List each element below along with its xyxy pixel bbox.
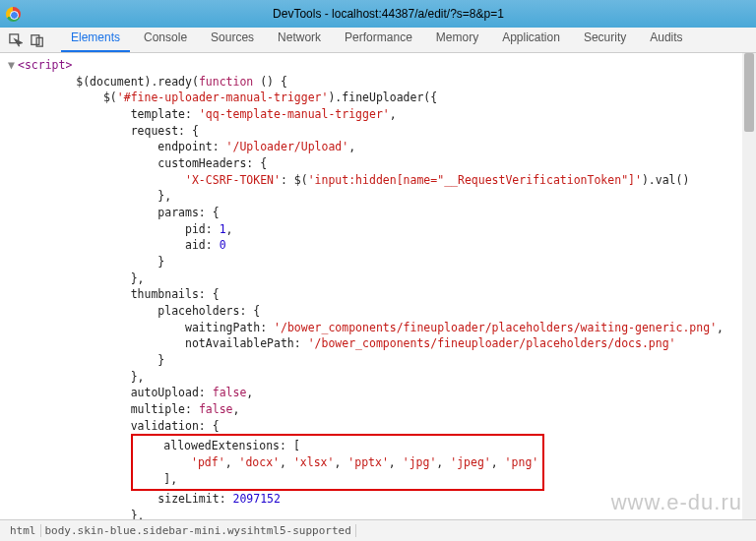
- tab-console[interactable]: Console: [134, 26, 197, 52]
- tab-audits[interactable]: Audits: [640, 26, 692, 52]
- breadcrumb-body[interactable]: body.skin-blue.sidebar-mini.wysihtml5-su…: [41, 524, 356, 537]
- allowed-extensions-highlight: allowedExtensions: [ 'pdf', 'docx', 'xls…: [131, 434, 545, 491]
- tab-memory[interactable]: Memory: [426, 26, 488, 52]
- script-open-tag: <script>: [18, 58, 72, 72]
- tab-sources[interactable]: Sources: [201, 26, 264, 52]
- panel-tabs: Elements Console Sources Network Perform…: [61, 28, 693, 52]
- elements-panel[interactable]: ▼<script> $(document).ready(function () …: [0, 53, 756, 519]
- tab-network[interactable]: Network: [268, 26, 331, 52]
- breadcrumb-html[interactable]: html: [6, 524, 41, 537]
- tab-performance[interactable]: Performance: [335, 26, 422, 52]
- device-toggle-icon[interactable]: [30, 32, 45, 48]
- tab-application[interactable]: Application: [492, 26, 570, 52]
- inspect-icon[interactable]: [8, 32, 24, 48]
- breadcrumb-bar: html body.skin-blue.sidebar-mini.wysihtm…: [0, 519, 756, 541]
- window-titlebar: DevTools - localhost:44387/a/edit/?s=8&p…: [0, 0, 756, 28]
- scrollbar-thumb[interactable]: [744, 53, 754, 132]
- chrome-icon: [6, 7, 21, 22]
- tab-elements[interactable]: Elements: [61, 26, 130, 52]
- tab-security[interactable]: Security: [574, 26, 636, 52]
- window-title: DevTools - localhost:44387/a/edit/?s=8&p…: [27, 7, 750, 21]
- devtools-toolbar: Elements Console Sources Network Perform…: [0, 28, 756, 53]
- svg-rect-1: [32, 34, 39, 44]
